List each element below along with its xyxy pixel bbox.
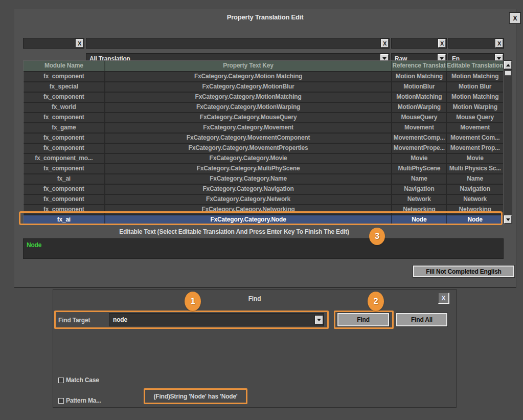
cell-editable-translation: Motion Matching (447, 72, 503, 81)
cell-module-name: fx_ai (24, 215, 105, 225)
cell-module-name: fx_ai (24, 174, 105, 184)
find-dialog-title: Find (53, 295, 456, 302)
cell-reference-translation: MotionBlur (392, 82, 447, 92)
cell-reference-translation: MotionWarping (392, 103, 447, 112)
find-target-combobox[interactable]: node (109, 313, 324, 326)
table-row[interactable]: fx_component FxCategory.Category.MouseQu… (24, 112, 503, 122)
cell-module-name: fx_component (24, 164, 105, 173)
cell-editable-translation: Movement Com... (447, 134, 503, 143)
cell-property-text-key: FxCategory.Category.MotionBlur (105, 82, 393, 92)
cell-property-text-key: FxCategory.Category.Motion Matching (105, 72, 393, 81)
cell-property-text-key: FxCategory.Category.Networking (105, 205, 393, 214)
clear-icon[interactable]: X (438, 39, 446, 48)
cell-property-text-key: FxCategory.Category.Movie (105, 154, 393, 163)
cell-reference-translation: MultiPhyScene (392, 164, 447, 173)
column-header-editable-translation: Editable Translation (447, 61, 503, 71)
cell-module-name: fx_component (24, 72, 105, 81)
table-row[interactable]: fx_component FxCategory.Category.Movemen… (24, 132, 503, 143)
close-icon[interactable]: X (438, 293, 449, 304)
cell-module-name: fx_world (24, 103, 105, 112)
table-row[interactable]: fx_component FxCategory.Category.Navigat… (24, 184, 503, 194)
table-row[interactable]: fx_component FxCategory.Category.Network… (24, 194, 503, 204)
table-body: fx_component FxCategory.Category.Motion … (24, 71, 503, 225)
cell-reference-translation: MovementPrope... (392, 144, 447, 153)
table-row[interactable]: fx_component FxCategory.Category.MultiPh… (24, 163, 503, 173)
table-row[interactable]: fx_component_mo... FxCategory.Category.M… (24, 153, 503, 163)
cell-property-text-key: FxCategory.Category.MovementComponent (105, 134, 393, 143)
pattern-match-checkbox[interactable] (58, 398, 64, 404)
property-translation-edit-dialog: Property Translation Edit X X X X All Tr… (14, 9, 516, 288)
find-result-text: (Find)String 'Node' has 'Node' (153, 393, 237, 400)
cell-property-text-key: FxCategory.Category.MultiPhyScene (105, 164, 393, 173)
table-row[interactable]: fx_world FxCategory.Category.MotionWarpi… (24, 102, 503, 112)
cell-reference-translation: MovementComp... (392, 134, 447, 143)
cell-editable-translation: Motion Blur (447, 82, 503, 92)
cell-module-name: fx_game (24, 123, 105, 132)
fill-not-completed-english-button[interactable]: Fill Not Completed English (413, 266, 514, 277)
cell-reference-translation: MotionMatching (392, 93, 447, 102)
table-row[interactable]: fx_ai FxCategory.Category.Name Name Name (24, 173, 503, 184)
find-target-label: Find Target (58, 317, 90, 324)
find-result-highlight: (Find)String 'Node' has 'Node' (144, 388, 247, 404)
table-scrollbar[interactable] (504, 60, 512, 224)
cell-reference-translation: Navigation (392, 185, 447, 194)
cell-editable-translation: Multi Physics Sc... (447, 164, 503, 173)
scrollbar-thumb[interactable] (505, 71, 511, 76)
cell-property-text-key: FxCategory.Category.MotionWarping (105, 103, 393, 112)
cell-module-name: fx_component (24, 144, 105, 153)
cell-reference-translation: Network (392, 195, 447, 204)
cell-reference-translation: Motion Matching (392, 72, 447, 81)
cell-property-text-key: FxCategory.Category.MotionMatching (105, 93, 393, 102)
table-row[interactable]: fx_game FxCategory.Category.Movement Mov… (24, 122, 503, 132)
table-row[interactable]: fx_component FxCategory.Category.Movemen… (24, 143, 503, 153)
cell-editable-translation: Movie (447, 154, 503, 163)
cell-property-text-key: FxCategory.Category.MouseQuery (105, 113, 393, 122)
cell-editable-translation: Navigation (447, 185, 503, 194)
cell-module-name: fx_component (24, 185, 105, 194)
editable-text-area[interactable]: Node (23, 238, 504, 259)
find-target-value: node (109, 316, 315, 323)
cell-reference-translation: Movement (392, 123, 447, 132)
cell-module-name: fx_component (24, 205, 105, 214)
cell-module-name: fx_component (24, 93, 105, 102)
clear-icon[interactable]: X (495, 39, 503, 48)
chevron-down-icon[interactable] (315, 316, 323, 324)
table-row[interactable]: fx_component FxCategory.Category.Motion … (24, 71, 503, 81)
editable-filter-input[interactable]: X (448, 38, 504, 49)
cell-property-text-key: FxCategory.Category.Node (105, 215, 393, 225)
find-button[interactable]: Find (337, 313, 389, 326)
table-header-row: Module Name Property Text Key Reference … (24, 61, 503, 71)
reference-filter-input[interactable]: X (391, 38, 447, 49)
cell-property-text-key: FxCategory.Category.Network (105, 195, 393, 204)
column-header-reference-translation: Reference Translation (392, 61, 447, 71)
cell-reference-translation: Node (392, 215, 447, 225)
editable-text-label: Editable Text (Select Editable Translati… (81, 228, 388, 235)
cell-module-name: fx_component (24, 113, 105, 122)
scroll-up-icon[interactable] (504, 61, 512, 69)
cell-property-text-key: FxCategory.Category.Navigation (105, 185, 393, 194)
clear-icon[interactable]: X (76, 39, 83, 48)
key-filter-input[interactable]: X (86, 38, 390, 49)
cell-property-text-key: FxCategory.Category.Movement (105, 123, 393, 132)
match-case-checkbox[interactable] (58, 378, 64, 383)
table-row[interactable]: fx_ai FxCategory.Category.Node Node Node (24, 214, 503, 225)
cell-module-name: fx_component (24, 134, 105, 143)
cell-property-text-key: FxCategory.Category.MovementProperties (105, 144, 393, 153)
close-icon[interactable]: X (510, 13, 520, 24)
clear-icon[interactable]: X (381, 39, 389, 48)
find-all-button[interactable]: Find All (396, 313, 447, 326)
module-filter-input[interactable]: X (23, 38, 84, 49)
scroll-down-icon[interactable] (504, 215, 512, 224)
pattern-match-option: Pattern Ma... (58, 397, 101, 404)
cell-reference-translation: Name (392, 174, 447, 184)
cell-reference-translation: Movie (392, 154, 447, 163)
cell-editable-translation: Motion Matching (447, 93, 503, 102)
cell-property-text-key: FxCategory.Category.Name (105, 174, 393, 184)
column-header-property-text-key: Property Text Key (105, 61, 393, 71)
table-row[interactable]: fx_special FxCategory.Category.MotionBlu… (24, 81, 503, 92)
cell-editable-translation: Movement (447, 123, 503, 132)
table-row[interactable]: fx_component FxCategory.Category.MotionM… (24, 92, 503, 102)
dialog-title: Property Translation Edit (14, 13, 516, 21)
table-row[interactable]: fx_component FxCategory.Category.Network… (24, 204, 503, 214)
cell-editable-translation: Movement Prop... (447, 144, 503, 153)
